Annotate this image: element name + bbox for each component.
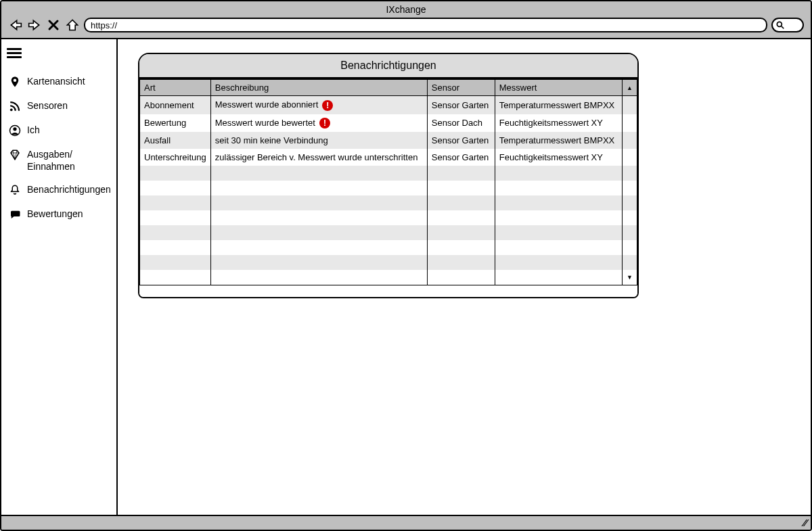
table-row-empty: [140, 225, 637, 240]
table-row-empty: [140, 240, 637, 255]
sidebar-item-benachrichtigungen[interactable]: Benachrichtigungen: [7, 178, 111, 202]
table-header-row: Art Beschreibung Sensor Messwert ▲: [140, 79, 637, 96]
table-row-empty: [140, 210, 637, 225]
scrollbar-track[interactable]: [623, 166, 637, 181]
scrollbar-track[interactable]: [623, 132, 637, 149]
sidebar: Kartenansicht Sensoren Ich Ausgaben/ Ein…: [1, 39, 118, 515]
cell-art: Bewertung: [140, 114, 211, 133]
chat-bubble-icon: [8, 208, 22, 221]
cell-sensor: Sensor Garten: [427, 96, 495, 114]
sidebar-item-bewertungen[interactable]: Bewertungen: [7, 202, 111, 227]
sidebar-item-label: Benachrichtigungen: [27, 183, 111, 195]
alert-icon: !: [319, 118, 330, 129]
scrollbar-track[interactable]: [623, 114, 637, 133]
resize-grip-icon[interactable]: ⁄⁄: [803, 517, 807, 528]
cell-beschreibung: Messwert wurde abonniert!: [210, 96, 427, 114]
scrollbar-track[interactable]: [623, 96, 637, 114]
status-bar: ⁄⁄: [1, 515, 811, 530]
notifications-table: Art Beschreibung Sensor Messwert ▲ Abonn…: [139, 78, 637, 285]
stop-button[interactable]: [46, 18, 61, 32]
x-icon: [47, 19, 60, 31]
scrollbar-track[interactable]: [623, 225, 637, 240]
cell-messwert: Temperaturmesswert BMPXX: [495, 132, 622, 149]
cell-beschreibung: seit 30 min keine Verbindung: [210, 132, 427, 149]
cell-art: Abonnement: [140, 96, 211, 114]
table-wrapper: Art Beschreibung Sensor Messwert ▲ Abonn…: [139, 78, 637, 285]
svg-point-2: [14, 79, 17, 83]
table-row-empty: [140, 166, 637, 181]
cell-art: Unterschreitung: [140, 149, 211, 166]
col-header-sensor[interactable]: Sensor: [427, 79, 495, 96]
nav-button-group: [8, 18, 80, 32]
table-row-empty: ▼: [140, 270, 637, 285]
sidebar-item-ich[interactable]: Ich: [7, 118, 111, 143]
user-circle-icon: [8, 124, 22, 137]
table-row[interactable]: Ausfallseit 30 min keine VerbindungSenso…: [140, 132, 637, 149]
cell-messwert: Temperaturmesswert BMPXX: [495, 96, 622, 114]
sidebar-item-ausgaben-einnahmen[interactable]: Ausgaben/ Einnahmen: [7, 143, 111, 178]
sidebar-item-sensoren[interactable]: Sensoren: [7, 94, 111, 118]
table-body: AbonnementMesswert wurde abonniert!Senso…: [140, 96, 637, 285]
scroll-down-button[interactable]: ▼: [623, 270, 637, 285]
cell-beschreibung: zulässiger Bereich v. Messwert wurde unt…: [210, 149, 427, 166]
sidebar-item-label: Ich: [27, 124, 40, 136]
svg-point-5: [13, 127, 16, 131]
scrollbar-track[interactable]: [623, 149, 637, 166]
sidebar-item-label: Ausgaben/ Einnahmen: [27, 148, 75, 172]
col-header-art[interactable]: Art: [140, 79, 211, 96]
col-header-messwert[interactable]: Messwert: [495, 79, 622, 96]
search-button[interactable]: [771, 18, 804, 32]
scrollbar-track[interactable]: [623, 255, 637, 270]
diamond-icon: [8, 148, 22, 162]
sidebar-item-label: Kartenansicht: [27, 75, 85, 87]
scrollbar-track[interactable]: [623, 210, 637, 225]
main-area: Kartenansicht Sensoren Ich Ausgaben/ Ein…: [1, 39, 811, 515]
col-header-beschreibung[interactable]: Beschreibung: [210, 79, 427, 96]
table-row-empty: [140, 195, 637, 210]
bell-icon: [8, 183, 22, 197]
cell-messwert: Feuchtigkeitsmesswert XY: [495, 114, 622, 133]
cell-sensor: Sensor Garten: [427, 132, 495, 149]
svg-point-0: [777, 22, 782, 26]
window-title: IXchange: [1, 1, 811, 16]
cell-sensor: Sensor Dach: [427, 114, 495, 133]
sidebar-item-label: Bewertungen: [27, 208, 83, 220]
location-pin-icon: [8, 75, 22, 89]
table-row[interactable]: AbonnementMesswert wurde abonniert!Senso…: [140, 96, 637, 114]
panel-title: Benachrichtigungen: [139, 54, 637, 78]
scrollbar-track[interactable]: [623, 195, 637, 210]
back-button[interactable]: [8, 18, 23, 32]
table-row-empty: [140, 181, 637, 195]
home-icon: [66, 18, 79, 32]
menu-toggle-button[interactable]: [7, 48, 22, 60]
rss-icon: [8, 99, 22, 113]
cell-sensor: Sensor Garten: [427, 149, 495, 166]
forward-button[interactable]: [27, 18, 42, 32]
arrow-right-icon: [28, 18, 41, 32]
content-area: Benachrichtigungen Art Beschreibung Sens…: [118, 39, 811, 515]
sidebar-item-label: Sensoren: [27, 99, 68, 112]
alert-icon: !: [322, 100, 333, 111]
cell-beschreibung: Messwert wurde bewertet!: [210, 114, 427, 133]
notifications-panel: Benachrichtigungen Art Beschreibung Sens…: [138, 53, 639, 298]
scrollbar-track[interactable]: [623, 240, 637, 255]
svg-line-1: [782, 26, 784, 29]
panel-footer-strip: [139, 285, 637, 297]
browser-toolbar: [1, 16, 811, 38]
cell-art: Ausfall: [140, 132, 211, 149]
scroll-up-button[interactable]: ▲: [623, 79, 637, 96]
scrollbar-track[interactable]: [623, 181, 637, 195]
sidebar-item-kartenansicht[interactable]: Kartenansicht: [7, 70, 111, 94]
address-bar[interactable]: [84, 18, 767, 32]
table-row[interactable]: Unterschreitungzulässiger Bereich v. Mes…: [140, 149, 637, 166]
home-button[interactable]: [65, 18, 80, 32]
table-row-empty: [140, 255, 637, 270]
svg-point-3: [10, 108, 13, 111]
magnifier-icon: [775, 20, 785, 30]
table-row[interactable]: BewertungMesswert wurde bewertet!Sensor …: [140, 114, 637, 133]
browser-chrome: IXchange: [1, 1, 811, 39]
cell-messwert: Feuchtigkeitsmesswert XY: [495, 149, 622, 166]
arrow-left-icon: [9, 18, 22, 32]
